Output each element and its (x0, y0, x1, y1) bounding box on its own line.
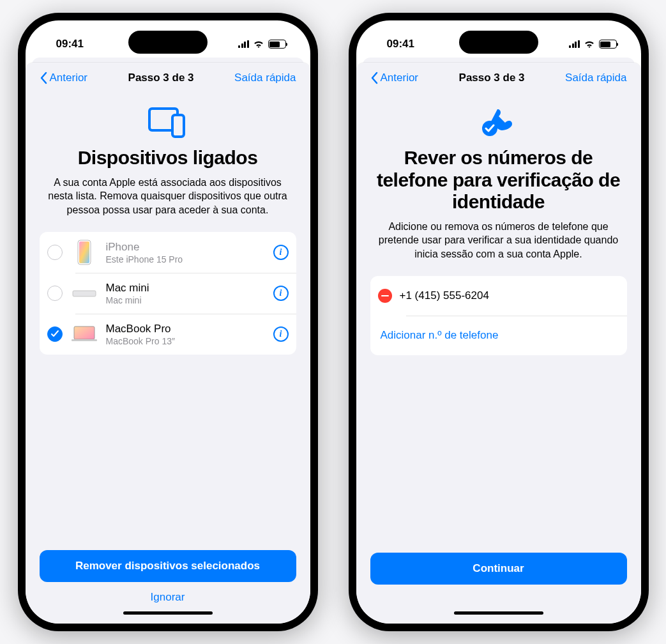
quick-exit-button[interactable]: Saída rápida (234, 72, 296, 84)
quick-exit-button[interactable]: Saída rápida (565, 72, 626, 84)
device-row-iphone[interactable]: iPhone Este iPhone 15 Pro i (40, 232, 296, 273)
cellular-icon (569, 40, 580, 48)
svg-rect-4 (73, 291, 96, 296)
nav-bar: Anterior Passo 3 de 3 Saída rápida (370, 63, 627, 91)
phone-mockup-right: 09:41 Anterior Passo 3 de 3 Saída rápida (349, 13, 649, 631)
select-radio[interactable] (47, 245, 63, 260)
dynamic-island (128, 31, 208, 54)
device-model: Mac mini (106, 295, 266, 305)
continue-button[interactable]: Continuar (370, 553, 627, 585)
status-time: 09:41 (387, 38, 414, 50)
hero-section: Dispositivos ligados A sua conta Apple e… (40, 91, 296, 228)
info-button[interactable]: i (273, 245, 289, 260)
iphone-icon (70, 238, 98, 266)
device-name: iPhone (106, 241, 266, 254)
cellular-icon (238, 40, 249, 48)
back-button[interactable]: Anterior (40, 72, 88, 84)
dynamic-island (459, 31, 538, 54)
page-title: Rever os números de telefone para verifi… (374, 147, 623, 213)
svg-rect-6 (72, 339, 97, 341)
phone-check-icon (374, 102, 623, 142)
remove-button[interactable] (378, 289, 392, 303)
info-button[interactable]: i (273, 286, 289, 301)
device-model: MacBook Pro 13″ (106, 336, 266, 346)
device-row-macbookpro[interactable]: MacBook Pro MacBook Pro 13″ i (40, 314, 296, 355)
status-time: 09:41 (56, 38, 84, 50)
battery-icon (599, 40, 617, 49)
wifi-icon (584, 40, 595, 49)
macmini-icon (70, 279, 98, 307)
macbook-icon (70, 320, 98, 348)
back-button[interactable]: Anterior (370, 72, 419, 84)
page-description: Adicione ou remova os números de telefon… (374, 220, 623, 261)
step-indicator: Passo 3 de 3 (459, 72, 525, 84)
page-title: Dispositivos ligados (43, 147, 292, 169)
svg-rect-3 (79, 241, 89, 263)
svg-rect-5 (74, 326, 95, 339)
home-indicator[interactable] (454, 611, 543, 615)
remove-selected-button[interactable]: Remover dispositivos selecionados (40, 550, 296, 582)
wifi-icon (253, 40, 264, 49)
device-row-macmini[interactable]: Mac mini Mac mini i (40, 273, 296, 314)
page-description: A sua conta Apple está associada aos dis… (43, 176, 292, 217)
svg-rect-1 (172, 115, 184, 137)
step-indicator: Passo 3 de 3 (128, 72, 194, 84)
battery-icon (268, 40, 286, 49)
select-radio[interactable] (47, 286, 63, 301)
devices-icon (43, 102, 292, 142)
phone-number: +1 (415) 555-6204 (400, 289, 619, 302)
home-indicator[interactable] (123, 611, 213, 615)
select-radio[interactable] (47, 326, 63, 342)
device-list: iPhone Este iPhone 15 Pro i Mac mini Mac… (40, 232, 296, 355)
phone-list: +1 (415) 555-6204 Adicionar n.º de telef… (370, 276, 627, 355)
skip-button[interactable]: Ignorar (40, 582, 296, 606)
device-name: MacBook Pro (106, 323, 266, 335)
modal-sheet: Anterior Passo 3 de 3 Saída rápida Rever… (356, 63, 641, 624)
nav-bar: Anterior Passo 3 de 3 Saída rápida (40, 63, 296, 91)
info-button[interactable]: i (273, 326, 289, 342)
device-model: Este iPhone 15 Pro (106, 254, 266, 264)
device-name: Mac mini (106, 282, 266, 295)
phone-mockup-left: 09:41 Anterior Passo 3 de 3 Saída rápida (18, 13, 318, 631)
hero-section: Rever os números de telefone para verifi… (370, 91, 627, 272)
screen: 09:41 Anterior Passo 3 de 3 Saída rápida (26, 20, 310, 624)
add-phone-button[interactable]: Adicionar n.º de telefone (370, 316, 627, 355)
modal-sheet: Anterior Passo 3 de 3 Saída rápida Dispo… (26, 63, 310, 624)
screen: 09:41 Anterior Passo 3 de 3 Saída rápida (356, 20, 641, 624)
check-icon (50, 330, 59, 339)
phone-row[interactable]: +1 (415) 555-6204 (370, 276, 627, 316)
